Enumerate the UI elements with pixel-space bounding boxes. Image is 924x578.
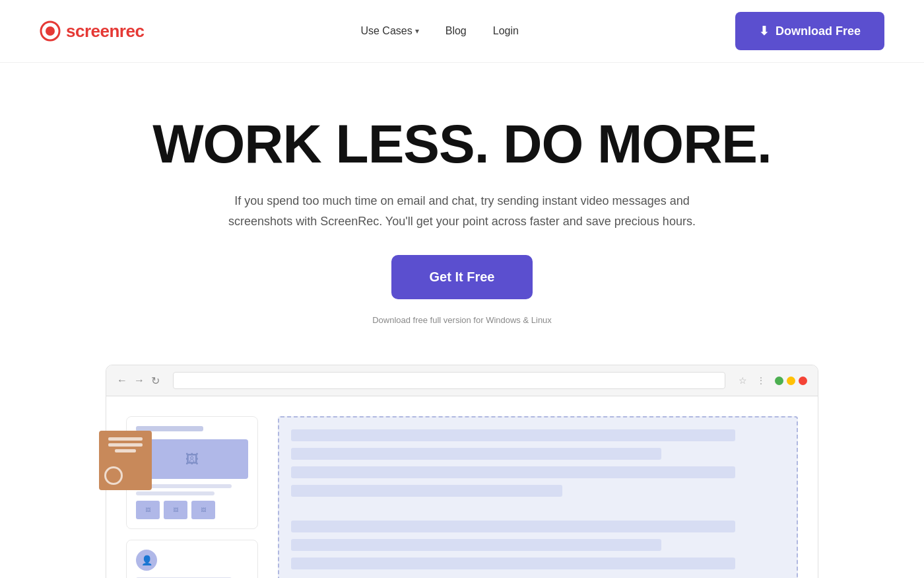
browser-nav-buttons: ← → ↻ [117,375,160,387]
screenrec-logo-icon [40,20,61,42]
logo-text: screenrec [66,21,144,42]
browser-card-2: 👤 [126,540,258,578]
avatar: 👤 [136,550,157,571]
browser-toolbar: ← → ↻ ☆ ⋮ [106,365,818,396]
browser-mockup-section: ← → ↻ ☆ ⋮ [0,351,924,578]
url-bar[interactable] [173,372,725,389]
download-icon: ⬇ [759,24,769,38]
traffic-light-green [775,377,783,385]
user-icon: 👤 [141,555,152,565]
chevron-down-icon: ▾ [415,26,419,36]
card-sub-images: 🖼 🖼 🖼 [136,501,248,519]
sub-image-1: 🖼 [136,501,160,519]
hero-subtitle: If you spend too much time on email and … [224,191,700,231]
forward-icon[interactable]: → [134,375,145,386]
svg-point-1 [46,26,55,36]
sub-image-icon: 🖼 [145,507,150,513]
browser-main-area [278,416,798,578]
download-note: Download free full version for Windows &… [40,315,884,325]
sub-image-icon: 🖼 [201,507,206,513]
document-illustration [99,431,152,490]
card-text-line [136,491,214,495]
nav-blog[interactable]: Blog [446,25,467,37]
sub-image-2: 🖼 [164,501,187,519]
traffic-light-red [799,377,807,385]
hero-headline: WORK LESS. DO MORE. [40,116,884,172]
get-it-free-button[interactable]: Get It Free [391,255,533,299]
browser-frame: ← → ↻ ☆ ⋮ [106,365,818,578]
star-icon: ☆ [739,375,747,386]
hero-section: WORK LESS. DO MORE. If you spend too muc… [0,63,924,351]
screenshot-selection-overlay [278,416,798,578]
sub-image-icon: 🖼 [173,507,178,513]
logo[interactable]: screenrec [40,20,144,42]
sub-image-3: 🖼 [191,501,215,519]
traffic-lights [775,377,807,385]
download-free-button[interactable]: ⬇ Download Free [735,12,884,50]
back-icon[interactable]: ← [117,375,127,386]
traffic-light-yellow [787,377,795,385]
nav-use-cases[interactable]: Use Cases ▾ [360,25,418,37]
browser-content: 🖼 🖼 🖼 🖼 [106,396,818,578]
browser-toolbar-right: ☆ ⋮ [739,375,807,386]
nav-login[interactable]: Login [493,25,519,37]
main-nav: Use Cases ▾ Blog Login [360,25,518,37]
refresh-icon[interactable]: ↻ [151,375,160,387]
image-icon: 🖼 [185,452,199,467]
menu-dots-icon: ⋮ [756,375,766,386]
card-image: 🖼 [136,439,248,479]
